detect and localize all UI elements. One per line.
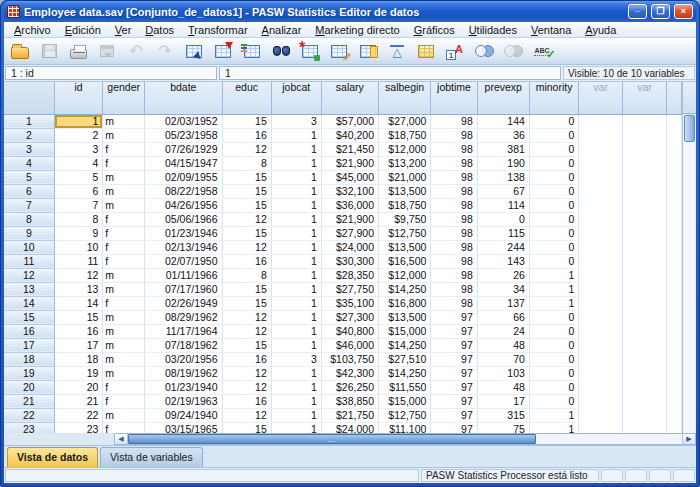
save-icon[interactable] [36,40,62,63]
cell-var1-row2[interactable] [579,128,623,142]
cell-var2-row22[interactable] [623,408,667,422]
cell-id-row2[interactable]: 2 [54,128,103,142]
cell-jobtime-row13[interactable]: 98 [431,282,477,296]
row-header-14[interactable]: 14 [4,296,54,310]
row-header-20[interactable]: 20 [4,380,54,394]
cell-gender-row1[interactable]: m [103,114,145,128]
spell-check-icon[interactable]: ABC✓ [529,40,555,63]
menu-marketing-directo[interactable]: Marketing directo [308,23,406,37]
cell-pad-row3[interactable] [666,142,681,156]
cell-jobcat-row11[interactable]: 1 [271,254,321,268]
cell-id-row5[interactable]: 5 [54,170,103,184]
cell-salbegin-row1[interactable]: $27,000 [379,114,431,128]
variables-icon[interactable] [239,40,265,63]
cell-var2-row8[interactable] [623,212,667,226]
row-header-5[interactable]: 5 [4,170,54,184]
cell-salbegin-row19[interactable]: $14,250 [379,366,431,380]
cell-gender-row13[interactable]: m [103,282,145,296]
cell-var1-row15[interactable] [579,310,623,324]
menu-utilidades[interactable]: Utilidades [462,23,524,37]
cell-var1-row20[interactable] [579,380,623,394]
cell-id-row6[interactable]: 6 [54,184,103,198]
cell-var1-row3[interactable] [579,142,623,156]
cell-bdate-row8[interactable]: 05/06/1966 [145,212,222,226]
row-header-22[interactable]: 22 [4,408,54,422]
cell-salbegin-row9[interactable]: $12,750 [379,226,431,240]
menu-edici-n[interactable]: Edición [58,23,108,37]
cell-minority-row7[interactable]: 0 [529,198,578,212]
column-header-salbegin[interactable]: salbegin [379,82,431,114]
cell-salary-row11[interactable]: $30,300 [321,254,378,268]
row-header-13[interactable]: 13 [4,282,54,296]
cell-pad-row1[interactable] [666,114,681,128]
menu-analizar[interactable]: Analizar [255,23,309,37]
cell-bdate-row6[interactable]: 08/22/1958 [145,184,222,198]
cell-id-row10[interactable]: 10 [54,240,103,254]
cell-jobtime-row19[interactable]: 97 [431,366,477,380]
cell-minority-row18[interactable]: 0 [529,352,578,366]
row-header-18[interactable]: 18 [4,352,54,366]
cell-salbegin-row22[interactable]: $12,750 [379,408,431,422]
cell-bdate-row14[interactable]: 02/26/1949 [145,296,222,310]
cell-minority-row17[interactable]: 0 [529,338,578,352]
cell-gender-row8[interactable]: f [103,212,145,226]
cell-jobtime-row11[interactable]: 98 [431,254,477,268]
cell-var2-row13[interactable] [623,282,667,296]
cell-pad-row22[interactable] [666,408,681,422]
cell-salary-row10[interactable]: $24,000 [321,240,378,254]
cell-salbegin-row2[interactable]: $18,750 [379,128,431,142]
row-header-10[interactable]: 10 [4,240,54,254]
column-header-prevexp[interactable]: prevexp [477,82,529,114]
cell-bdate-row12[interactable]: 01/11/1966 [145,268,222,282]
redo-icon[interactable]: ↷ [152,40,178,63]
cell-educ-row3[interactable]: 12 [222,142,271,156]
cell-var1-row9[interactable] [579,226,623,240]
cell-jobtime-row17[interactable]: 97 [431,338,477,352]
cell-minority-row16[interactable]: 0 [529,324,578,338]
cell-salbegin-row16[interactable]: $15,000 [379,324,431,338]
cell-educ-row22[interactable]: 12 [222,408,271,422]
cell-jobcat-row14[interactable]: 1 [271,296,321,310]
cell-prevexp-row10[interactable]: 244 [477,240,529,254]
cell-id-row19[interactable]: 19 [54,366,103,380]
cell-educ-row19[interactable]: 12 [222,366,271,380]
cell-prevexp-row21[interactable]: 17 [477,394,529,408]
cell-salary-row20[interactable]: $26,250 [321,380,378,394]
cell-salary-row1[interactable]: $57,000 [321,114,378,128]
cell-pad-row16[interactable] [666,324,681,338]
cell-var1-row11[interactable] [579,254,623,268]
cell-prevexp-row9[interactable]: 115 [477,226,529,240]
row-header-21[interactable]: 21 [4,394,54,408]
cell-var2-row17[interactable] [623,338,667,352]
menu-gr-ficos[interactable]: Gráficos [407,23,462,37]
cell-salbegin-row18[interactable]: $27,510 [379,352,431,366]
cell-jobcat-row12[interactable]: 1 [271,268,321,282]
cell-salbegin-row20[interactable]: $11,550 [379,380,431,394]
cell-pad-row9[interactable] [666,226,681,240]
cell-pad-row5[interactable] [666,170,681,184]
cell-minority-row4[interactable]: 0 [529,156,578,170]
undo-icon[interactable]: ↶ [123,40,149,63]
row-header-6[interactable]: 6 [4,184,54,198]
cell-var1-row19[interactable] [579,366,623,380]
cell-jobcat-row21[interactable]: 1 [271,394,321,408]
cell-salbegin-row21[interactable]: $15,000 [379,394,431,408]
cell-jobtime-row21[interactable]: 97 [431,394,477,408]
cell-salbegin-row7[interactable]: $18,750 [379,198,431,212]
cell-jobcat-row2[interactable]: 1 [271,128,321,142]
cell-pad-row8[interactable] [666,212,681,226]
cell-var1-row21[interactable] [579,394,623,408]
cell-jobtime-row12[interactable]: 98 [431,268,477,282]
cell-bdate-row7[interactable]: 04/26/1956 [145,198,222,212]
cell-gender-row7[interactable]: m [103,198,145,212]
cell-jobcat-row7[interactable]: 1 [271,198,321,212]
cell-var1-row4[interactable] [579,156,623,170]
cell-gender-row19[interactable]: m [103,366,145,380]
cell-minority-row11[interactable]: 0 [529,254,578,268]
cell-salbegin-row4[interactable]: $13,200 [379,156,431,170]
cell-gender-row10[interactable]: f [103,240,145,254]
cell-id-row17[interactable]: 17 [54,338,103,352]
cell-minority-row20[interactable]: 0 [529,380,578,394]
select-cases-icon[interactable] [413,40,439,63]
cell-jobtime-row4[interactable]: 98 [431,156,477,170]
